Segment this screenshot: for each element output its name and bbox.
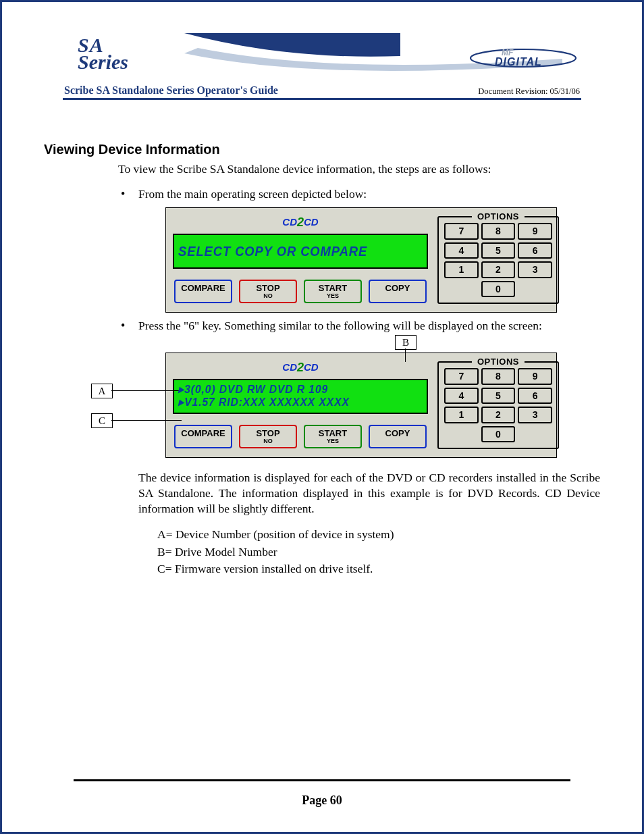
callout-b: B bbox=[395, 335, 417, 350]
keypad-box-1: 7 8 9 4 5 6 1 2 3 0 bbox=[437, 215, 559, 304]
legend-c: C= Firmware version installed on drive i… bbox=[157, 561, 600, 577]
callout-line-a bbox=[111, 390, 182, 391]
cd2cd-logo-2: CD2CD bbox=[173, 360, 428, 376]
lcd-screen-1: SELECT COPY OR COMPARE bbox=[173, 234, 428, 269]
callout-line-c bbox=[111, 420, 182, 421]
key-7[interactable]: 7 bbox=[444, 223, 479, 239]
key-6[interactable]: 6 bbox=[518, 242, 552, 259]
bullet-2-text: Press the "6" key. Something similar to … bbox=[138, 319, 542, 332]
bullet-1-text: From the main operating screen depicted … bbox=[138, 187, 367, 201]
logo-cd-b2: CD bbox=[304, 361, 319, 373]
sa-series-logo: SA Series bbox=[78, 36, 128, 71]
bullet-item-1: From the main operating screen depicted … bbox=[118, 186, 600, 313]
key-5[interactable]: 5 bbox=[481, 242, 516, 259]
key-4[interactable]: 4 bbox=[444, 242, 479, 259]
start-button-2[interactable]: STARTYES bbox=[304, 425, 362, 448]
copy-button[interactable]: COPY bbox=[369, 280, 427, 303]
stop-button-2[interactable]: STOPNO bbox=[239, 425, 297, 448]
header-banner: SA Series MF DIGITAL bbox=[63, 33, 581, 82]
logo-cd-b: CD bbox=[304, 216, 319, 228]
cd2cd-logo: CD2CD bbox=[173, 215, 428, 231]
compare-button[interactable]: COMPARE bbox=[174, 280, 232, 303]
lcd-screen-2: ▸3(0,0) DVD RW DVD R 109 ▸V1.57 RID:XXX … bbox=[173, 379, 428, 414]
key2-7[interactable]: 7 bbox=[444, 368, 479, 384]
stop-button[interactable]: STOPNO bbox=[239, 280, 297, 303]
callout-c: C bbox=[91, 413, 113, 428]
compare-button-2[interactable]: COMPARE bbox=[174, 425, 232, 448]
logo-2b: 2 bbox=[297, 361, 304, 374]
header-meta: Scribe SA Standalone Series Operator's G… bbox=[63, 84, 581, 97]
legend-block: A= Device Number (position of device in … bbox=[157, 526, 600, 577]
keypad-grid-2: 7 8 9 4 5 6 1 2 3 0 bbox=[444, 368, 552, 442]
logo-2: 2 bbox=[297, 215, 304, 229]
keypad-box-2: 7 8 9 4 5 6 1 2 3 0 bbox=[437, 360, 559, 449]
lcd2-line-2: ▸V1.57 RID:XXX XXXXXX XXXX bbox=[178, 396, 403, 409]
logo-cd-a2: CD bbox=[282, 361, 297, 373]
panel-left-2: CD2CD ▸3(0,0) DVD RW DVD R 109 ▸V1.57 RI… bbox=[173, 360, 428, 449]
legend-a: A= Device Number (position of device in … bbox=[157, 526, 600, 543]
key-9[interactable]: 9 bbox=[518, 223, 552, 239]
page-number: Page 60 bbox=[74, 793, 570, 808]
panel-buttons-1: COMPARE STOPNO STARTYES COPY bbox=[173, 280, 428, 303]
body-indent: To view the Scribe SA Standalone device … bbox=[118, 161, 600, 577]
key2-5[interactable]: 5 bbox=[481, 388, 516, 404]
panel-left-1: CD2CD SELECT COPY OR COMPARE COMPARE STO… bbox=[173, 215, 428, 304]
panel-figure-1: CD2CD SELECT COPY OR COMPARE COMPARE STO… bbox=[165, 207, 557, 313]
bullet-item-2: Press the "6" key. Something similar to … bbox=[118, 318, 600, 577]
intro-paragraph: To view the Scribe SA Standalone device … bbox=[118, 161, 600, 177]
key-8[interactable]: 8 bbox=[481, 223, 516, 239]
key-0[interactable]: 0 bbox=[481, 281, 516, 297]
key-2[interactable]: 2 bbox=[481, 261, 516, 278]
logo-series: Series bbox=[78, 53, 128, 71]
header: SA Series MF DIGITAL Scribe SA Standalon… bbox=[63, 33, 581, 100]
doc-revision: Document Revision: 05/31/06 bbox=[478, 86, 580, 97]
lcd-line-1: SELECT COPY OR COMPARE bbox=[178, 244, 403, 259]
key2-0[interactable]: 0 bbox=[481, 426, 516, 442]
device-panel-2: CD2CD ▸3(0,0) DVD RW DVD R 109 ▸V1.57 RI… bbox=[165, 353, 557, 458]
key2-9[interactable]: 9 bbox=[518, 368, 552, 384]
explain-paragraph: The device information is displayed for … bbox=[138, 470, 600, 517]
bullet-list: From the main operating screen depicted … bbox=[118, 186, 600, 577]
section-heading: Viewing Device Information bbox=[44, 142, 600, 157]
footer-rule bbox=[74, 779, 570, 781]
callout-line-b bbox=[405, 348, 406, 362]
key2-2[interactable]: 2 bbox=[481, 407, 516, 423]
guide-title: Scribe SA Standalone Series Operator's G… bbox=[64, 84, 278, 97]
page-frame: SA Series MF DIGITAL Scribe SA Standalon… bbox=[0, 0, 644, 834]
key2-6[interactable]: 6 bbox=[518, 388, 552, 404]
options-frame-2: 7 8 9 4 5 6 1 2 3 0 bbox=[437, 361, 559, 449]
device-panel-1: CD2CD SELECT COPY OR COMPARE COMPARE STO… bbox=[165, 207, 557, 313]
panel-figure-2: B A C CD2CD ▸3(0,0) DVD RW DVD R 109 bbox=[165, 353, 557, 458]
legend-b: B= Drive Model Number bbox=[157, 544, 600, 561]
key-1[interactable]: 1 bbox=[444, 261, 479, 278]
start-button[interactable]: STARTYES bbox=[304, 280, 362, 303]
key2-8[interactable]: 8 bbox=[481, 368, 516, 384]
lcd2-line-1: ▸3(0,0) DVD RW DVD R 109 bbox=[178, 384, 403, 396]
digital-text: DIGITAL bbox=[495, 56, 542, 68]
key2-3[interactable]: 3 bbox=[518, 407, 552, 423]
logo-cd-a: CD bbox=[282, 216, 297, 228]
footer: Page 60 bbox=[44, 779, 600, 808]
callout-a: A bbox=[91, 384, 113, 398]
mfdigital-logo: MF DIGITAL bbox=[469, 45, 577, 74]
panel-buttons-2: COMPARE STOPNO STARTYES COPY bbox=[173, 425, 428, 448]
copy-button-2[interactable]: COPY bbox=[369, 425, 427, 448]
key2-1[interactable]: 1 bbox=[444, 407, 479, 423]
header-rule bbox=[63, 98, 581, 100]
key2-4[interactable]: 4 bbox=[444, 388, 479, 404]
options-frame-1: 7 8 9 4 5 6 1 2 3 0 bbox=[437, 216, 559, 304]
key-3[interactable]: 3 bbox=[518, 261, 552, 278]
keypad-grid-1: 7 8 9 4 5 6 1 2 3 0 bbox=[444, 223, 552, 297]
